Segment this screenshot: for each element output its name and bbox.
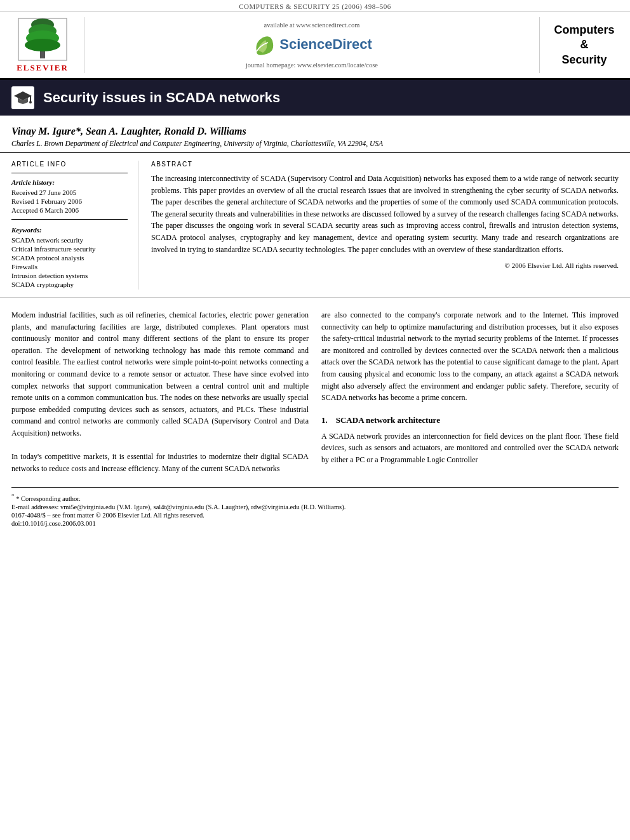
mortarboard-icon — [14, 89, 32, 107]
body-column-right: are also connected to the company's corp… — [321, 309, 619, 474]
copyright-line: © 2006 Elsevier Ltd. All rights reserved… — [151, 262, 619, 269]
body-right-p1: are also connected to the company's corp… — [321, 309, 619, 404]
footnote-issn: 0167-4048/$ – see front matter © 2006 El… — [11, 512, 619, 519]
article-info-panel: ARTICLE INFO Article history: Received 2… — [11, 161, 138, 290]
footnote-star-text: * Corresponding author. — [16, 495, 81, 502]
keyword-2: Critical infrastructure security — [11, 245, 128, 253]
journal-homepage: journal homepage: www.elsevier.com/locat… — [246, 62, 378, 69]
sciencedirect-leaf-icon — [251, 32, 276, 57]
history-revised: Revised 1 February 2006 — [11, 197, 128, 205]
article-info-abstract: ARTICLE INFO Article history: Received 2… — [0, 153, 630, 298]
svg-point-9 — [29, 101, 32, 103]
svg-point-4 — [25, 39, 60, 51]
journal-name: Computers & Security — [546, 17, 622, 73]
footnote-corresponding: * * Corresponding author. — [11, 493, 619, 502]
section1-number: 1. — [321, 415, 328, 425]
affiliation-line: Charles L. Brown Department of Electrica… — [11, 140, 619, 147]
history-accepted: Accepted 6 March 2006 — [11, 206, 128, 214]
keyword-4: Firewalls — [11, 263, 128, 270]
keyword-3: SCADA protocol analysis — [11, 254, 128, 262]
abstract-text: The increasing interconnectivity of SCAD… — [151, 173, 619, 255]
sciencedirect-logo: ScienceDirect — [251, 32, 372, 57]
authors-section: Vinay M. Igure*, Sean A. Laughter, Ronal… — [0, 116, 630, 153]
journal-center: available at www.sciencedirect.com Scien… — [84, 17, 540, 73]
abstract-heading: ABSTRACT — [151, 161, 619, 168]
journal-citation: COMPUTERS & SECURITY 25 (2006) 498–506 — [0, 0, 630, 12]
body-left-p1: Modern industrial facilities, such as oi… — [11, 309, 309, 439]
elsevier-tree-icon — [17, 17, 68, 62]
article-icon — [11, 86, 34, 109]
elsevier-logo: ELSEVIER — [8, 17, 77, 73]
svg-marker-6 — [14, 91, 32, 100]
keyword-5: Intrusion detection systems — [11, 272, 128, 279]
sciencedirect-text: ScienceDirect — [279, 36, 372, 53]
journal-name-line1: Computers — [554, 23, 614, 37]
available-text: available at www.sciencedirect.com — [264, 22, 360, 29]
history-label: Article history: — [11, 178, 128, 186]
footnote-email: E-mail addresses: vmi5e@virginia.edu (V.… — [11, 503, 619, 510]
body-left-p2: In today's competitive markets, it is es… — [11, 451, 309, 474]
journal-name-line3: Security — [561, 53, 607, 67]
keywords-label: Keywords: — [11, 226, 128, 234]
footnote-doi: doi:10.1016/j.cose.2006.03.001 — [11, 520, 619, 527]
history-received: Received 27 June 2005 — [11, 189, 128, 196]
authors-line: Vinay M. Igure*, Sean A. Laughter, Ronal… — [11, 126, 619, 137]
keyword-6: SCADA cryptography — [11, 281, 128, 288]
section1-p1: A SCADA network provides an interconnect… — [321, 430, 619, 466]
journal-name-line2: & — [580, 37, 589, 52]
abstract-section: ABSTRACT The increasing interconnectivit… — [151, 161, 619, 290]
article-body: Modern industrial facilities, such as oi… — [0, 298, 630, 474]
title-bar: Security issues in SCADA networks — [0, 80, 630, 116]
journal-header: ELSEVIER available at www.sciencedirect.… — [0, 12, 630, 80]
article-title: Security issues in SCADA networks — [43, 90, 280, 106]
elsevier-label: ELSEVIER — [17, 63, 69, 73]
citation-text: COMPUTERS & SECURITY 25 (2006) 498–506 — [239, 3, 391, 10]
article-footer: * * Corresponding author. E-mail address… — [11, 487, 619, 535]
section1-heading: 1. SCADA network architecture — [321, 414, 619, 427]
body-column-left: Modern industrial facilities, such as oi… — [11, 309, 309, 474]
article-info-heading: ARTICLE INFO — [11, 161, 128, 168]
keyword-1: SCADA network security — [11, 236, 128, 244]
